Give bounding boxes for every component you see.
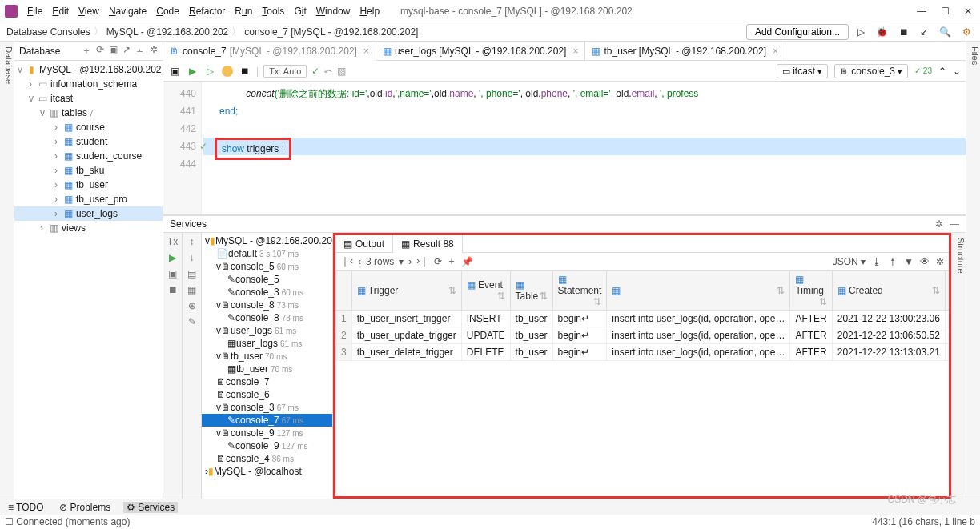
edit-icon[interactable]: ✎ [188,316,196,327]
git-update-icon[interactable]: ↙ [918,26,930,38]
tree-node-views[interactable]: ›▥views [14,221,163,235]
right-tool-strip-files[interactable]: Files [966,42,980,499]
tree-node-session[interactable]: 📄 default3 s 107 ms [202,247,332,260]
tree-node-table[interactable]: ›▦tb_user_pro [14,192,163,206]
tree-node-session[interactable]: v🗎 console_9127 ms [202,427,332,439]
tree-node-session[interactable]: v🗎 tb_user70 ms [202,350,332,363]
close-icon[interactable]: × [363,46,369,57]
right-tool-strip-structure[interactable]: Structure [951,233,966,499]
view2-icon[interactable]: ▦ [187,284,196,295]
session-select[interactable]: 🗎 console_3 ▾ [834,64,908,78]
tree-node-table[interactable]: ›▦user_logs [14,206,163,221]
jump-icon[interactable]: ↗ [122,44,131,58]
menu-edit[interactable]: Edit [47,6,74,17]
gear-icon[interactable]: ✲ [936,256,944,267]
chevron-up-icon[interactable]: ⌃ [938,66,946,77]
tree-node-datasource[interactable]: ›▮ MySQL - @localhost [202,465,332,478]
run-query-icon[interactable]: ▶ [186,65,199,78]
tree-node-session[interactable]: ✎ console_9127 ms [202,439,332,452]
tree-node-schema[interactable]: ›▭information_schema [14,77,163,91]
run-selection-icon[interactable]: ▷ [203,65,216,78]
commit-icon[interactable]: ✓ [311,66,319,77]
layout-icon[interactable]: ▣ [168,268,177,279]
import-icon[interactable]: ⭱ [888,256,898,267]
dialects-icon[interactable]: ▧ [337,66,346,77]
menu-run[interactable]: Run [230,6,257,17]
tree-node-table[interactable]: ›▦student [14,134,163,149]
pending-icon[interactable] [221,65,234,78]
menu-refactor[interactable]: Refactor [184,6,230,17]
breadcrumb-item[interactable]: console_7 [MySQL - @192.168.200.202] [244,26,418,38]
result-grid[interactable]: ▦ Trigger ⇅▦ Event ⇅▦ Table ⇅▦ Statement… [335,271,949,496]
tab-output[interactable]: ▤Output [335,235,393,253]
tree-node-session[interactable]: ✎ console_5 [202,273,332,286]
breadcrumb-item[interactable]: MySQL - @192.168.200.202 [106,26,229,38]
tree-node-session[interactable]: ▦ user_logs61 ms [202,337,332,350]
tree-node-tables[interactable]: v▥tables7 [14,106,163,120]
view1-icon[interactable]: ▤ [187,268,196,279]
editor-content[interactable]: concat('删除之前的数据: id=',old.id,',name=',ol… [202,82,966,214]
export-icon[interactable]: ⭳ [872,256,882,267]
add-configuration-button[interactable]: Add Configuration... [746,24,849,40]
add-icon[interactable]: ⊕ [188,300,196,311]
tx-mode-select[interactable]: Tx: Auto [263,65,307,78]
close-icon[interactable]: × [572,46,578,57]
settings-icon[interactable]: ⚙ [960,26,974,38]
bottom-tab-services[interactable]: ⚙ Services [123,502,178,513]
tree-node-table[interactable]: ›▦course [14,120,163,134]
menu-view[interactable]: View [74,6,104,17]
tree-node-session[interactable]: 🗎 console_7 [202,375,332,388]
close-icon[interactable]: × [773,46,778,57]
run-icon[interactable]: ▷ [855,26,867,38]
menu-tools[interactable]: Tools [257,6,289,17]
tree-node-datasource[interactable]: v▮MySQL - @192.168.200.202 [14,62,163,77]
tree-node-session[interactable]: v🗎 console_367 ms [202,401,332,414]
tree-node-session[interactable]: ✎ console_360 ms [202,286,332,299]
add-row-icon[interactable]: ＋ [447,254,456,268]
window-minimize-icon[interactable]: — [917,6,926,17]
services-header[interactable]: Services ✲— [163,215,966,233]
inspection-badge[interactable]: ✓ 23 [914,66,932,75]
run-icon[interactable]: ▶ [169,252,176,263]
tx-icon[interactable]: Tx [167,236,178,247]
stop-icon[interactable]: ⏹ [168,284,178,295]
new-icon[interactable]: ＋ [82,44,91,58]
prev-page-icon[interactable]: ‹ [358,256,361,267]
tree-node-session[interactable]: ✎ console_767 ms [202,414,332,427]
refresh-icon[interactable]: ⟳ [96,44,104,58]
collapse-icon[interactable]: ↓ [190,252,195,263]
tree-node-session[interactable]: v🗎 user_logs61 ms [202,324,332,337]
tab-user-logs[interactable]: ▦user_logs [MySQL - @192.168.200.202]× [376,42,586,61]
explain-icon[interactable]: ⏹ [239,65,251,78]
tree-node-session[interactable]: ✎ console_873 ms [202,311,332,324]
filter-icon[interactable]: ▼ [904,256,914,267]
menu-window[interactable]: Window [311,6,355,17]
last-page-icon[interactable]: ›｜ [416,254,429,268]
view-mode-select[interactable]: JSON ▾ [833,256,866,267]
menu-help[interactable]: Help [355,6,384,17]
gear-icon[interactable]: ✲ [150,44,158,58]
tree-node-session[interactable]: 🗎 console_6 [202,388,332,401]
breadcrumb-item[interactable]: Database Consoles [6,26,90,38]
bottom-tab-todo[interactable]: ≡ TODO [5,502,46,513]
tree-node-table[interactable]: ›▦tb_sku [14,163,163,178]
reload-icon[interactable]: ⟳ [434,256,442,267]
schema-select[interactable]: ▭ itcast ▾ [777,64,828,78]
window-close-icon[interactable]: ✕ [964,6,972,17]
menu-git[interactable]: Git [289,6,311,17]
tree-node-session[interactable]: 🗎 console_486 ms [202,452,332,465]
stop-icon[interactable]: ⏹ [897,26,911,38]
tab-tb-user[interactable]: ▦tb_user [MySQL - @192.168.200.202]× [585,42,785,61]
rollback-icon[interactable]: ⤺ [324,66,332,77]
menu-file[interactable]: File [22,6,47,17]
left-tool-strip[interactable]: Database [0,42,14,499]
hide-icon[interactable]: — [950,218,959,230]
chevron-down-icon[interactable]: ⌄ [953,66,961,77]
menu-navigate[interactable]: Navigate [104,6,151,17]
pin-icon[interactable]: 📌 [461,256,473,267]
debug-icon[interactable]: 🐞 [874,26,890,38]
tree-node-session[interactable]: v🗎 console_873 ms [202,299,332,311]
tree-node-table[interactable]: ›▦tb_user [14,178,163,192]
expand-icon[interactable]: ↕ [190,236,195,247]
tree-node-session[interactable]: v🗎 console_560 ms [202,260,332,273]
